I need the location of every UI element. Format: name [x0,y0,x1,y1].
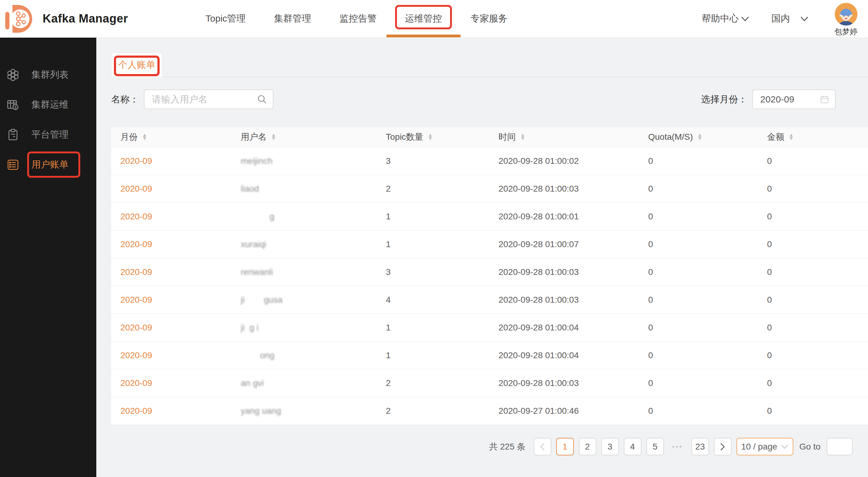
cell-topics: 1 [377,323,489,332]
user-profile[interactable]: 包梦婷 [834,3,858,37]
goto-page-input[interactable] [827,438,852,455]
sort-carets-icon[interactable]: ▲▼ [697,134,703,140]
sidebar-item-0[interactable]: 集群列表 [0,60,96,90]
cell-topics: 2 [377,406,489,416]
cell-time: 2020-09-28 01:00:03 [489,378,639,388]
table-row: 2020-09 g12020-09-28 01:00:0100 [111,203,868,230]
cell-amount: 0 [758,212,868,222]
user-name: 包梦婷 [834,27,858,37]
page-button-23[interactable]: 23 [691,438,709,455]
cell-amount: 0 [758,184,868,194]
cell-time: 2020-09-28 01:00:03 [489,267,639,277]
column-label: 月份 [120,131,138,143]
column-header-amount: 金额▲▼ [758,131,868,143]
sidebar-item-2[interactable]: 平台管理 [0,120,96,150]
page-button-3[interactable]: 3 [601,438,619,455]
cell-month[interactable]: 2020-09 [111,240,231,249]
cell-quota: 0 [639,295,758,305]
bill-list-icon [6,158,20,171]
cell-topics: 1 [377,212,489,222]
cell-amount: 0 [758,156,868,166]
next-page-button[interactable] [714,438,732,455]
honeycomb-icon [6,68,20,82]
sidebar-item-1[interactable]: $集群运维 [0,90,96,120]
calendar-icon [819,94,830,105]
page-button-2[interactable]: 2 [579,438,596,455]
nav-item-2[interactable]: 监控告警 [326,0,391,37]
cell-topics: 1 [377,350,489,360]
page-button-1[interactable]: 1 [556,438,574,455]
cell-month[interactable]: 2020-09 [111,184,231,194]
nav-item-label: 专家服务 [470,12,507,25]
tab-bar: 个人账单 [111,53,868,77]
table-row: 2020-09liaod22020-09-28 01:00:0300 [111,175,868,203]
page-button-5[interactable]: 5 [646,438,664,455]
sidebar-item-label: 平台管理 [31,128,68,141]
column-label: 金额 [767,131,784,143]
page-button-4[interactable]: 4 [624,438,642,455]
cell-topics: 4 [377,295,489,305]
cell-month[interactable]: 2020-09 [111,378,231,388]
sort-carets-icon[interactable]: ▲▼ [520,134,525,140]
top-nav: Topic管理集群管理监控告警运维管控专家服务 [191,0,522,37]
help-center-label: 帮助中心 [702,12,739,25]
cell-month[interactable]: 2020-09 [111,350,231,360]
nav-item-1[interactable]: 集群管理 [260,0,326,37]
page-size-select[interactable]: 10 / page [737,438,793,455]
chevron-right-icon [720,443,725,451]
cell-quota: 0 [639,267,758,277]
cell-month[interactable]: 2020-09 [111,212,231,222]
username-search-input[interactable] [144,90,274,109]
cell-time: 2020-09-28 01:00:04 [489,350,639,360]
cell-month[interactable]: 2020-09 [111,295,231,305]
clipboard-icon [6,128,20,141]
sidebar: 集群列表$集群运维平台管理用户账单 [0,38,96,477]
name-input-wrap [144,90,274,109]
nav-item-3[interactable]: 运维管控 [391,0,456,37]
month-filter-label: 选择月份： [701,93,747,106]
cell-username: renwanli [231,267,377,277]
table-row: 2020-09xuraiqi12020-09-28 01:00:0700 [111,230,868,258]
main-area: 集群列表$集群运维平台管理用户账单 个人账单 名称： 选择月份： [0,38,868,477]
column-label: 时间 [498,131,516,143]
column-header-time: 时间▲▼ [489,131,639,143]
page-buttons: 12345•••23 [556,438,709,455]
table-row: 2020-09 ong12020-09-28 01:00:0400 [111,342,868,369]
app-title: Kafka Manager [42,12,128,25]
help-center-menu[interactable]: 帮助中心 [702,12,749,25]
cell-topics: 2 [377,184,489,194]
sort-carets-icon[interactable]: ▲▼ [789,134,794,140]
cell-month[interactable]: 2020-09 [111,323,231,332]
cell-month[interactable]: 2020-09 [111,267,231,277]
prev-page-button[interactable] [534,438,551,455]
nav-item-4[interactable]: 专家服务 [456,0,522,37]
cell-month[interactable]: 2020-09 [111,156,231,166]
nav-item-label: 运维管控 [405,12,442,25]
nav-item-label: 集群管理 [274,12,311,25]
sidebar-item-3[interactable]: 用户账单 [0,150,96,180]
pagination: 共 225 条 12345•••23 10 / page Go to [111,438,868,455]
table-row: 2020-09yang uang22020-09-27 01:00:4600 [111,397,868,425]
sort-carets-icon[interactable]: ▲▼ [271,134,276,140]
month-input-wrap [752,90,836,109]
name-filter-label: 名称： [111,93,139,106]
cell-month[interactable]: 2020-09 [111,406,231,416]
nav-item-0[interactable]: Topic管理 [191,0,260,37]
cell-username: ji gusa [231,295,377,305]
cell-topics: 3 [377,267,489,277]
sort-carets-icon[interactable]: ▲▼ [428,134,433,140]
tab-personal-bill[interactable]: 个人账单 [111,53,162,77]
cluster-ops-icon: $ [6,98,20,112]
cell-amount: 0 [758,323,868,332]
cell-quota: 0 [639,378,758,388]
sort-carets-icon[interactable]: ▲▼ [142,134,147,140]
cell-quota: 0 [639,350,758,360]
page-size-value: 10 / page [741,442,777,452]
cell-quota: 0 [639,184,758,194]
tab-personal-bill-label: 个人账单 [118,59,155,71]
cell-username: g [231,212,377,222]
pagination-ellipsis[interactable]: ••• [669,438,686,455]
cell-amount: 0 [758,295,868,305]
cell-username: ji g i [231,323,377,332]
region-menu[interactable]: 国内 [771,12,808,25]
